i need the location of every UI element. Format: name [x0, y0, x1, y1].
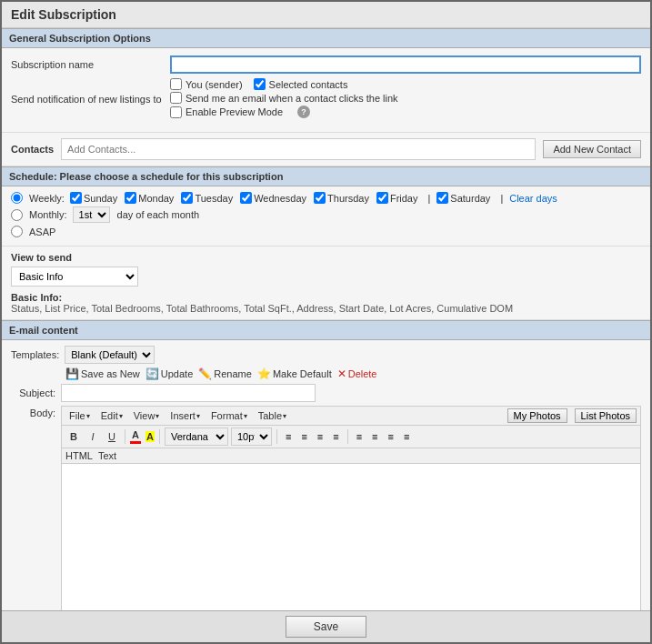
send-email-row: Send me an email when a contact clicks t…: [170, 92, 641, 104]
subject-label: Subject:: [11, 387, 61, 398]
update-action[interactable]: 🔄 Update: [145, 367, 193, 380]
html-mode-label[interactable]: HTML: [65, 450, 93, 461]
font-color-button[interactable]: A: [130, 429, 141, 444]
ordered-list-button[interactable]: ≡: [368, 430, 381, 443]
notification-row: Send notification of new listings to You…: [11, 78, 641, 120]
font-select[interactable]: Verdana Arial: [165, 428, 228, 446]
list-photos-button[interactable]: List Photos: [575, 408, 637, 423]
format-separator-3: [276, 429, 277, 444]
align-left-button[interactable]: ≡: [282, 430, 295, 443]
editor-menu-toolbar: File ▾ Edit ▾ View ▾: [62, 407, 640, 426]
clear-days-link[interactable]: Clear days: [509, 193, 557, 204]
font-color-swatch: [130, 441, 141, 444]
preview-mode-help-icon[interactable]: ?: [297, 106, 310, 118]
sunday-label: Sunday: [84, 193, 117, 204]
view-menu-arrow: ▾: [155, 412, 159, 420]
save-as-new-action[interactable]: 💾 Save as New: [65, 367, 140, 380]
subscription-name-control: [170, 55, 641, 74]
thursday-checkbox[interactable]: [314, 192, 326, 204]
file-menu-arrow: ▾: [86, 412, 90, 420]
view-menu-button[interactable]: View ▾: [130, 409, 164, 422]
align-center-button[interactable]: ≡: [297, 430, 310, 443]
file-menu-label: File: [69, 410, 85, 421]
sunday-checkbox-group: Sunday: [70, 192, 119, 204]
format-menu-arrow: ▾: [244, 412, 247, 420]
notification-controls: You (sender) Selected contacts Send me a…: [170, 78, 641, 120]
add-new-contact-button[interactable]: Add New Contact: [543, 140, 641, 158]
align-justify-button[interactable]: ≡: [329, 430, 342, 443]
file-menu-button[interactable]: File ▾: [65, 409, 94, 422]
html-text-mode-row: HTML Text: [62, 448, 640, 464]
delete-action[interactable]: ✕ Delete: [337, 367, 377, 380]
selected-contacts-checkbox[interactable]: [254, 78, 266, 90]
subscription-name-label: Subscription name: [11, 59, 170, 70]
view-dropdown[interactable]: Basic Info Full Details Summary: [11, 267, 138, 287]
weekly-radio[interactable]: [11, 192, 23, 204]
view-section-label: View to send: [11, 252, 641, 263]
weekly-row: Weekly: Sunday Monday Tuesday Wednesday: [11, 192, 641, 204]
template-select[interactable]: Blank (Default) Custom 1 Custom 2: [65, 346, 155, 364]
rename-icon: ✏️: [198, 367, 212, 380]
friday-label: Friday: [390, 193, 418, 204]
email-inner: Templates: Blank (Default) Custom 1 Cust…: [2, 340, 650, 610]
saturday-checkbox[interactable]: [436, 192, 448, 204]
editor-body[interactable]: [62, 464, 640, 610]
asap-label: ASAP: [29, 226, 55, 237]
contacts-input[interactable]: [61, 138, 536, 160]
edit-menu-button[interactable]: Edit ▾: [97, 409, 126, 422]
asap-row: ASAP: [11, 226, 641, 237]
outdent-button[interactable]: ≡: [384, 430, 396, 443]
indent-button[interactable]: ≡: [400, 430, 413, 443]
subject-row: Subject:: [11, 384, 641, 402]
monthly-radio[interactable]: [11, 209, 23, 221]
saturday-checkbox-group: Saturday: [436, 192, 492, 204]
bg-color-button[interactable]: A: [145, 431, 155, 442]
templates-label: Templates:: [11, 349, 59, 360]
separator: |: [427, 193, 430, 204]
italic-button[interactable]: I: [85, 430, 101, 443]
basic-info-label: Basic Info:: [11, 292, 641, 303]
unordered-list-button[interactable]: ≡: [353, 430, 366, 443]
template-row: Templates: Blank (Default) Custom 1 Cust…: [11, 346, 641, 364]
table-menu-button[interactable]: Table ▾: [255, 409, 290, 422]
bold-button[interactable]: B: [65, 430, 82, 443]
monthly-suffix-label: day of each month: [117, 209, 200, 220]
weekly-label: Weekly:: [29, 193, 65, 204]
save-icon: 💾: [65, 367, 79, 380]
format-menu-label: Format: [211, 410, 243, 421]
page-title: Edit Subscription: [2, 2, 650, 28]
align-right-button[interactable]: ≡: [314, 430, 326, 443]
save-button[interactable]: Save: [286, 616, 366, 638]
friday-checkbox-group: Friday: [376, 192, 420, 204]
delete-label: Delete: [348, 368, 377, 379]
you-sender-checkbox[interactable]: [170, 78, 182, 90]
format-menu-button[interactable]: Format ▾: [207, 409, 251, 422]
preview-mode-checkbox[interactable]: [170, 106, 182, 118]
subject-input[interactable]: [61, 384, 316, 402]
schedule-section-header: Schedule: Please choose a schedule for t…: [2, 166, 650, 186]
table-menu-label: Table: [258, 410, 282, 421]
friday-checkbox[interactable]: [376, 192, 388, 204]
table-menu-arrow: ▾: [283, 412, 286, 420]
text-mode-label[interactable]: Text: [98, 450, 116, 461]
monday-checkbox[interactable]: [125, 192, 136, 204]
make-default-action[interactable]: ⭐ Make Default: [257, 367, 332, 380]
asap-radio[interactable]: [11, 226, 23, 237]
rename-action[interactable]: ✏️ Rename: [198, 367, 252, 380]
insert-menu-label: Insert: [170, 410, 196, 421]
rename-label: Rename: [214, 368, 252, 379]
send-email-checkbox[interactable]: [170, 92, 182, 104]
email-section-header: E-mail content: [2, 320, 650, 340]
subscription-name-input[interactable]: [170, 55, 641, 74]
basic-info-fields: Status, List Price, Total Bedrooms, Tota…: [11, 303, 641, 314]
wednesday-checkbox[interactable]: [240, 192, 252, 204]
edit-subscription-page: Edit Subscription General Subscription O…: [0, 0, 652, 644]
tuesday-checkbox[interactable]: [181, 192, 193, 204]
insert-menu-button[interactable]: Insert ▾: [166, 409, 204, 422]
sunday-checkbox[interactable]: [70, 192, 82, 204]
view-section: View to send Basic Info Full Details Sum…: [2, 247, 650, 320]
font-size-select[interactable]: 10pt 12pt: [231, 428, 272, 446]
underline-button[interactable]: U: [104, 430, 120, 443]
my-photos-button[interactable]: My Photos: [507, 408, 567, 423]
monthly-day-select[interactable]: 1st: [73, 206, 110, 223]
